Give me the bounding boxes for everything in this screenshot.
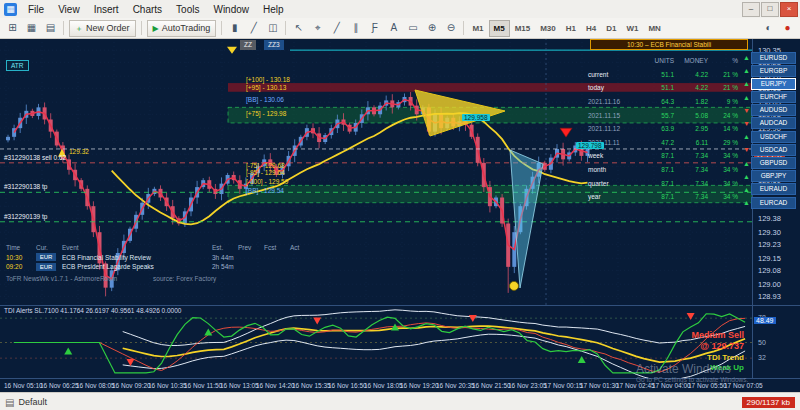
timeframe-mn[interactable]: MN	[643, 20, 665, 37]
pair-badge-usdchf[interactable]: USDCHF	[751, 131, 796, 143]
zoom-out-icon[interactable]: ⊖	[442, 20, 459, 36]
pair-row: ▲GBPJPY	[742, 171, 796, 182]
shapes-icon[interactable]: ▭	[404, 20, 421, 36]
trendline-icon[interactable]: ╱	[328, 20, 345, 36]
pair-row: ▲USDCHF	[742, 131, 796, 142]
timeframe-h4[interactable]: H4	[581, 20, 601, 37]
timeframe-m30[interactable]: M30	[535, 20, 561, 37]
timeframe-h1[interactable]: H1	[561, 20, 581, 37]
maximize-button[interactable]: □	[761, 2, 779, 17]
pair-badge-gbpjpy[interactable]: GBPJPY	[751, 170, 796, 182]
pair-badge-gbpusd[interactable]: GBPUSD	[751, 157, 796, 169]
time-axis-label: 16 Nov 14:20	[256, 382, 295, 389]
tdi-subwindow[interactable]: TDI Alerts SL.7100 41.1764 26.6197 40.95…	[0, 305, 752, 379]
pair-row: ▲EURCHF	[742, 92, 796, 103]
fibonacci-icon[interactable]: Ƒ	[366, 20, 383, 36]
arrow-down-icon: ▼	[742, 146, 751, 153]
pair-badge-audcad[interactable]: AUDCAD	[751, 117, 796, 129]
menu-tools[interactable]: Tools	[169, 2, 206, 17]
toolbar-separator	[221, 21, 222, 35]
arrow-up-icon: ▲	[742, 94, 751, 101]
price-axis-label: 129.30	[758, 228, 781, 237]
indicators-icon[interactable]: ◐	[760, 20, 777, 36]
time-axis-label: 17 Nov 04:00	[652, 382, 691, 389]
tdi-axis-label: 32	[758, 354, 766, 361]
market-watch-icon[interactable]: ▦	[23, 20, 40, 36]
arrow-up-icon: ▲	[742, 173, 751, 180]
chart-canvas[interactable]: 10:30 – ECB Financial Stabili ATR TimeCu…	[0, 38, 752, 305]
menu-bar: ▦ FileViewInsertChartsToolsWindowHelp –□…	[0, 0, 800, 19]
time-axis-label: 17 Nov 07:05	[724, 382, 763, 389]
zoom-in-icon[interactable]: ⊕	[423, 20, 440, 36]
pair-badge-euraud[interactable]: EURAUD	[751, 183, 796, 195]
time-axis-label: 16 Nov 18:05	[364, 382, 403, 389]
menu-help[interactable]: Help	[256, 2, 291, 17]
pair-row: ▲EURGBP	[742, 65, 796, 76]
time-axis[interactable]: 16 Nov 05:1016 Nov 06:2516 Nov 08:0516 N…	[0, 378, 800, 393]
candlestick-chart-icon[interactable]: ▮	[226, 20, 243, 36]
pair-badge-eurchf[interactable]: EURCHF	[751, 91, 796, 103]
line-chart-icon[interactable]: ╱	[245, 20, 262, 36]
mt4-window: ▦ FileViewInsertChartsToolsWindowHelp –□…	[0, 0, 800, 410]
channel-icon[interactable]: ∥	[347, 20, 364, 36]
pair-badge-eurjpy[interactable]: EURJPY	[751, 78, 796, 90]
pair-row: ▼AUDUSD	[742, 105, 796, 116]
autotrading-label: AutoTrading	[162, 23, 211, 33]
timeframe-m15[interactable]: M15	[510, 20, 536, 37]
arrow-up-icon: ▲	[742, 80, 751, 87]
record-icon[interactable]: ●	[779, 20, 796, 36]
menu-window[interactable]: Window	[206, 2, 256, 17]
autotrading-button[interactable]: ▶AutoTrading	[147, 20, 217, 37]
pair-row: ▲EURJPY	[742, 78, 796, 89]
time-axis-label: 16 Nov 15:35	[292, 382, 331, 389]
pair-row: ▼USDCAD	[742, 144, 796, 155]
crosshair-icon[interactable]: ⌖	[309, 20, 326, 36]
price-axis-label: 129.23	[758, 240, 781, 249]
pair-badge-audusd[interactable]: AUDUSD	[751, 104, 796, 116]
cursor-icon[interactable]: ↖	[290, 20, 307, 36]
timeframe-d1[interactable]: D1	[601, 20, 621, 37]
menu-charts[interactable]: Charts	[126, 2, 169, 17]
timeframe-m5[interactable]: M5	[489, 20, 510, 37]
pair-badge-eurcad[interactable]: EURCAD	[751, 197, 796, 209]
minimize-button[interactable]: –	[742, 2, 760, 17]
tile-windows-icon[interactable]: ⊞	[4, 20, 21, 36]
menu-insert[interactable]: Insert	[87, 2, 126, 17]
menu-file[interactable]: File	[21, 2, 51, 17]
pair-badge-eurusd[interactable]: EURUSD	[751, 52, 796, 64]
time-axis-label: 17 Nov 05:50	[688, 382, 727, 389]
status-bar: ▤ Default 290/1137 kb	[0, 392, 800, 410]
pair-row: ▲GBPUSD	[742, 158, 796, 169]
profile-name[interactable]: Default	[18, 397, 47, 407]
tdi-indicator-svg[interactable]	[0, 306, 752, 379]
new-order-button[interactable]: ＋New Order	[69, 20, 136, 37]
price-chart-svg[interactable]	[0, 38, 752, 305]
close-button[interactable]: ×	[780, 2, 798, 17]
arrow-down-icon: ▼	[742, 120, 751, 127]
menu-view[interactable]: View	[51, 2, 87, 17]
toolbar-separator	[63, 21, 64, 35]
time-axis-label: 17 Nov 00:15	[544, 382, 583, 389]
pair-badge-eurgbp[interactable]: EURGBP	[751, 65, 796, 77]
time-axis-label: 16 Nov 21:50	[472, 382, 511, 389]
time-axis-label: 16 Nov 16:50	[328, 382, 367, 389]
plus-icon: ＋	[75, 23, 83, 34]
time-axis-label: 16 Nov 20:35	[436, 382, 475, 389]
tdi-axis[interactable]: 78503248.49	[752, 305, 800, 379]
pair-badge-list: ▲EURUSD▲EURGBP▲EURJPY▲EURCHF▼AUDUSD▼AUDC…	[742, 52, 796, 210]
time-axis-label: 17 Nov 01:30	[580, 382, 619, 389]
text-label-icon[interactable]: A	[385, 20, 402, 36]
time-axis-label: 17 Nov 02:45	[616, 382, 655, 389]
bar-chart-icon[interactable]: ◫	[264, 20, 281, 36]
time-axis-label: 16 Nov 05:10	[4, 382, 43, 389]
time-axis-label: 16 Nov 10:35	[148, 382, 187, 389]
arrow-up-icon: ▲	[742, 67, 751, 74]
data-window-icon[interactable]: ▤	[42, 20, 59, 36]
profile-icon[interactable]: ▤	[5, 397, 14, 408]
timeframe-w1[interactable]: W1	[621, 20, 643, 37]
arrow-up-icon: ▲	[742, 54, 751, 61]
timeframe-m1[interactable]: M1	[467, 20, 488, 37]
new-order-label: New Order	[86, 23, 130, 33]
time-axis-label: 16 Nov 08:05	[76, 382, 115, 389]
pair-badge-usdcad[interactable]: USDCAD	[751, 144, 796, 156]
